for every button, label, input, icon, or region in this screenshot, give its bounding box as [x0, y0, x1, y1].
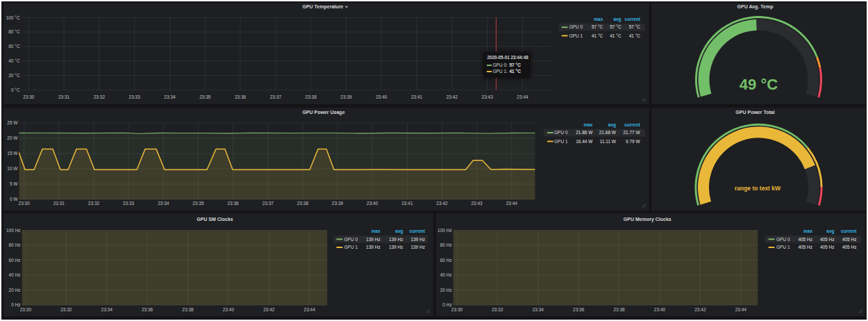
svg-text:23:32: 23:32: [94, 94, 106, 99]
svg-text:max: max: [803, 229, 812, 233]
svg-text:0 Hz: 0 Hz: [442, 302, 451, 307]
svg-text:GPU 0: GPU 0: [569, 24, 583, 29]
svg-text:80 °C: 80 °C: [8, 29, 20, 34]
svg-text:GPU 1: GPU 1: [344, 245, 358, 249]
svg-text:41 °C: 41 °C: [610, 33, 621, 38]
svg-text:9.79 W: 9.79 W: [626, 139, 640, 144]
svg-text:80 Hz: 80 Hz: [9, 242, 21, 247]
svg-text:23:30: 23:30: [19, 201, 31, 206]
svg-text:57 °C: 57 °C: [610, 24, 621, 29]
svg-text:23:38: 23:38: [297, 201, 309, 206]
svg-text:23:32: 23:32: [492, 307, 503, 312]
svg-text:GPU 0: GPU 0: [344, 237, 358, 242]
svg-text:23:41: 23:41: [411, 94, 423, 99]
svg-text:GPU Memory Clocks: GPU Memory Clocks: [624, 217, 671, 222]
svg-text:GPU 0: GPU 0: [776, 237, 790, 242]
svg-text:23:35: 23:35: [192, 201, 204, 206]
svg-text:23:42: 23:42: [694, 307, 706, 312]
svg-text:23:35: 23:35: [199, 94, 211, 99]
svg-text:23:40: 23:40: [223, 307, 235, 312]
svg-text:GPU Avg. Temp: GPU Avg. Temp: [737, 4, 774, 10]
svg-text:avg: avg: [826, 229, 834, 234]
svg-text:current: current: [841, 229, 857, 233]
svg-text:23:34: 23:34: [101, 307, 113, 312]
svg-text:20 Hz: 20 Hz: [440, 288, 452, 293]
svg-text:23:41: 23:41: [401, 201, 413, 206]
svg-text:GPU 1: GPU 1: [776, 245, 790, 249]
svg-text:current: current: [624, 122, 640, 127]
svg-text:GPU Power Usage: GPU Power Usage: [302, 110, 344, 115]
svg-text:405 Hz: 405 Hz: [798, 237, 812, 242]
svg-text:23:30: 23:30: [20, 307, 32, 312]
svg-text:41 °C: 41 °C: [629, 33, 641, 38]
svg-text:21.77 W: 21.77 W: [623, 130, 640, 135]
svg-text:25 W: 25 W: [7, 120, 18, 125]
svg-text:49 °C: 49 °C: [740, 76, 778, 93]
svg-text:avg: avg: [608, 122, 616, 128]
svg-text:23:44: 23:44: [304, 307, 316, 312]
svg-text:23:36: 23:36: [227, 201, 239, 206]
svg-text:20 W: 20 W: [7, 135, 18, 140]
svg-text:40 Hz: 40 Hz: [9, 272, 21, 277]
svg-text:60 °C: 60 °C: [8, 44, 20, 49]
svg-text:23:34: 23:34: [164, 94, 176, 99]
svg-text:23:30: 23:30: [23, 94, 35, 99]
svg-text:GPU Power Total: GPU Power Total: [735, 110, 774, 115]
svg-text:40 °C: 40 °C: [8, 58, 20, 63]
svg-text:139 Hz: 139 Hz: [366, 237, 381, 242]
svg-text:23:30: 23:30: [451, 307, 463, 312]
svg-text:range to text kW: range to text kW: [735, 185, 781, 192]
svg-text:23:40: 23:40: [654, 307, 666, 312]
svg-text:23:38: 23:38: [182, 307, 194, 312]
svg-text:23:40: 23:40: [367, 201, 378, 206]
svg-text:60 Hz: 60 Hz: [440, 258, 452, 263]
svg-text:23:36: 23:36: [573, 307, 585, 312]
svg-text:23:38: 23:38: [306, 94, 317, 99]
svg-text:80 Hz: 80 Hz: [440, 242, 452, 247]
svg-text:GPU Temperature: GPU Temperature: [303, 4, 344, 10]
svg-text:GPU 0: GPU 0: [554, 130, 568, 135]
svg-text:20 °C: 20 °C: [8, 73, 20, 78]
svg-text:15 W: 15 W: [7, 151, 18, 156]
svg-text:57 °C: 57 °C: [592, 24, 603, 29]
svg-text:0 Hz: 0 Hz: [11, 302, 20, 307]
svg-text:0 W: 0 W: [10, 197, 18, 201]
svg-text:405 Hz: 405 Hz: [842, 237, 857, 242]
svg-text:16.44 W: 16.44 W: [576, 139, 593, 144]
svg-text:100 °C: 100 °C: [6, 15, 20, 20]
svg-text:405 Hz: 405 Hz: [798, 245, 812, 249]
svg-text:139 Hz: 139 Hz: [389, 245, 403, 249]
svg-text:11.11 W: 11.11 W: [600, 139, 617, 144]
svg-text:23:39: 23:39: [340, 94, 352, 99]
svg-text:100 Hz: 100 Hz: [437, 228, 452, 233]
svg-text:20 Hz: 20 Hz: [9, 288, 21, 293]
svg-text:23:42: 23:42: [446, 94, 458, 99]
svg-text:139 Hz: 139 Hz: [410, 245, 425, 249]
svg-text:23:43: 23:43: [471, 201, 483, 206]
svg-text:57 °C: 57 °C: [629, 24, 641, 29]
svg-text:23:37: 23:37: [262, 201, 274, 206]
svg-text:max: max: [372, 229, 381, 233]
svg-text:23:44: 23:44: [735, 307, 747, 312]
svg-text:139 Hz: 139 Hz: [389, 237, 403, 242]
svg-text:405 Hz: 405 Hz: [820, 237, 835, 242]
svg-text:avg: avg: [613, 17, 621, 22]
svg-text:23:33: 23:33: [129, 94, 141, 99]
svg-text:23:31: 23:31: [58, 94, 70, 99]
svg-text:23:34: 23:34: [533, 307, 544, 312]
svg-text:23:32: 23:32: [60, 307, 72, 312]
svg-text:23:42: 23:42: [263, 307, 275, 312]
svg-text:23:39: 23:39: [332, 201, 344, 206]
svg-text:23:44: 23:44: [506, 201, 518, 206]
svg-text:23:43: 23:43: [482, 94, 494, 99]
svg-text:23:32: 23:32: [88, 201, 100, 206]
svg-text:41 °C: 41 °C: [592, 33, 603, 38]
svg-text:23:40: 23:40: [376, 94, 387, 99]
svg-text:139 Hz: 139 Hz: [366, 245, 381, 249]
svg-text:23:36: 23:36: [142, 307, 153, 312]
svg-text:max: max: [594, 17, 603, 22]
svg-text:23:38: 23:38: [613, 307, 625, 312]
svg-text:max: max: [583, 122, 592, 127]
svg-text:23:42: 23:42: [436, 201, 448, 206]
svg-text:405 Hz: 405 Hz: [820, 245, 835, 249]
